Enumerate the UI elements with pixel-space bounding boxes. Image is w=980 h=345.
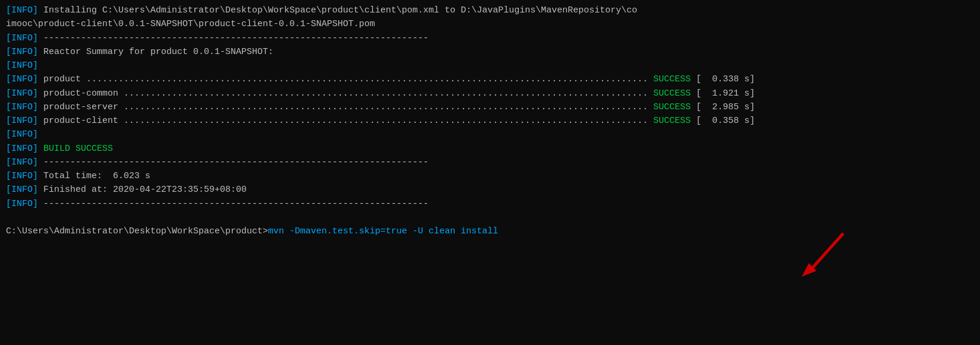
info-tag: [INFO] bbox=[6, 102, 38, 112]
terminal-line-1: [INFO] Installing C:\Users\Administrator… bbox=[6, 4, 974, 17]
terminal-line-2: imooc\product-client\0.0.1-SNAPSHOT\prod… bbox=[6, 17, 974, 31]
terminal-line-14: [INFO] Finished at: 2020-04-22T23:35:59+… bbox=[6, 183, 974, 197]
info-tag: [INFO] bbox=[6, 5, 38, 15]
svg-line-0 bbox=[808, 233, 843, 273]
terminal-prompt: C:\Users\Administrator\Desktop\WorkSpace… bbox=[6, 224, 974, 238]
terminal-line-13: [INFO] Total time: 6.023 s bbox=[6, 169, 974, 183]
info-tag: [INFO] bbox=[6, 144, 38, 154]
terminal-line-5: [INFO] bbox=[6, 59, 974, 72]
info-tag: [INFO] bbox=[6, 33, 38, 43]
terminal-line-6: [INFO] product .........................… bbox=[6, 72, 974, 86]
info-tag: [INFO] bbox=[6, 116, 38, 126]
terminal-line-10: [INFO] bbox=[6, 128, 974, 141]
info-tag: [INFO] bbox=[6, 61, 38, 71]
terminal-line-9: [INFO] product-client ..................… bbox=[6, 114, 974, 128]
info-tag: [INFO] bbox=[6, 88, 38, 99]
terminal-line-8: [INFO] product-server ..................… bbox=[6, 100, 974, 114]
terminal-window: [INFO] Installing C:\Users\Administrator… bbox=[0, 0, 980, 345]
annotation-arrow bbox=[796, 230, 861, 289]
terminal-line-4: [INFO] Reactor Summary for product 0.0.1… bbox=[6, 45, 974, 59]
terminal-line-12: [INFO] ---------------------------------… bbox=[6, 156, 974, 169]
info-tag: [INFO] bbox=[6, 185, 38, 195]
info-tag: [INFO] bbox=[6, 47, 38, 57]
terminal-line-11: [INFO] BUILD SUCCESS bbox=[6, 142, 974, 156]
info-tag: [INFO] bbox=[6, 157, 38, 167]
svg-marker-1 bbox=[802, 263, 817, 277]
info-tag: [INFO] bbox=[6, 74, 38, 84]
terminal-line-7: [INFO] product-common ..................… bbox=[6, 87, 974, 100]
info-tag: [INFO] bbox=[6, 199, 38, 209]
terminal-line-15: [INFO] ---------------------------------… bbox=[6, 197, 974, 211]
terminal-line-3: [INFO] ---------------------------------… bbox=[6, 31, 974, 45]
info-tag: [INFO] bbox=[6, 171, 38, 181]
info-tag: [INFO] bbox=[6, 129, 38, 140]
